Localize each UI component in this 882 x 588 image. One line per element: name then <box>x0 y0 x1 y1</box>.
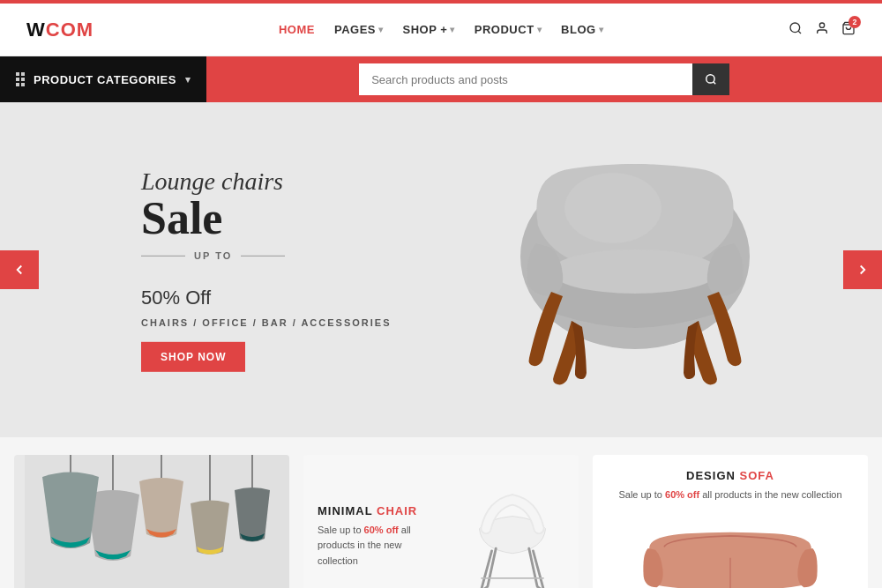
hero-discount: 50% Off <box>141 270 392 312</box>
svg-line-1 <box>798 31 801 33</box>
minimal-chair-image <box>446 471 579 589</box>
hero-section: Lounge chairs Sale UP TO 50% Off CHAIRS … <box>0 102 882 437</box>
chevron-down-icon: ▾ <box>537 25 542 34</box>
chevron-down-icon: ▾ <box>599 25 604 34</box>
slider-prev-button[interactable] <box>0 250 39 289</box>
search-bar <box>206 63 882 95</box>
svg-point-8 <box>564 173 662 243</box>
header-icons: 2 <box>789 21 856 39</box>
divider-line-left <box>141 255 185 256</box>
search-input[interactable] <box>359 63 692 95</box>
discount-suffix: % Off <box>162 287 211 309</box>
svg-point-7 <box>551 249 719 294</box>
products-section: MINIMAL CHAIR Sale up to 60% off all pro… <box>0 437 882 588</box>
design-sofa-text: DESIGN SOFA Sale up to 60% off all produ… <box>604 455 856 510</box>
svg-point-4 <box>706 75 714 83</box>
discount-number: 50 <box>141 287 162 309</box>
nav-item-blog[interactable]: BLOG ▾ <box>561 23 603 36</box>
main-nav: HOME PAGES ▾ SHOP + ▾ PRODUCT ▾ BLOG ▾ <box>279 23 603 36</box>
slider-next-button[interactable] <box>843 250 882 289</box>
nav-item-product[interactable]: PRODUCT ▾ <box>475 23 542 36</box>
minimal-chair-label: MINIMAL CHAIR <box>318 504 437 517</box>
search-button[interactable] <box>692 63 729 95</box>
svg-point-2 <box>819 23 824 27</box>
minimal-chair-desc: Sale up to 60% off all products in the n… <box>318 523 437 569</box>
divider-line-right <box>241 255 285 256</box>
grid-icon <box>16 72 25 86</box>
design-sofa-label: DESIGN SOFA <box>618 469 841 482</box>
site-logo[interactable]: WCOM <box>26 19 93 41</box>
svg-point-0 <box>790 23 800 33</box>
chevron-down-icon: ▾ <box>378 25 384 34</box>
hero-subtitle: Lounge chairs <box>141 167 392 196</box>
product-card-design-sofa[interactable]: DESIGN SOFA Sale up to 60% off all produ… <box>593 455 868 588</box>
shop-now-button[interactable]: SHOP NOW <box>141 342 245 372</box>
hero-content: Lounge chairs Sale UP TO 50% Off CHAIRS … <box>141 167 392 372</box>
chevron-down-icon: ▾ <box>450 25 455 34</box>
hero-up-to-label: UP TO <box>194 250 232 261</box>
cart-icon[interactable]: 2 <box>841 21 856 39</box>
logo-accent: COM <box>46 19 93 41</box>
nav-bar: PRODUCT CATEGORIES ▾ <box>0 56 882 102</box>
nav-item-home[interactable]: HOME <box>279 23 315 36</box>
search-icon[interactable] <box>789 21 803 39</box>
minimal-chair-text: MINIMAL CHAIR Sale up to 60% off all pro… <box>303 490 446 584</box>
svg-line-5 <box>714 82 716 85</box>
nav-item-pages[interactable]: PAGES ▾ <box>334 23 384 36</box>
hero-categories: CHAIRS / OFFICE / BAR / ACCESSORIES <box>141 317 392 328</box>
design-sofa-image <box>607 517 854 588</box>
user-icon[interactable] <box>815 21 829 39</box>
product-card-lamps[interactable] <box>14 455 289 588</box>
product-card-minimal-chair[interactable]: MINIMAL CHAIR Sale up to 60% off all pro… <box>303 455 579 588</box>
hero-title: Sale <box>141 196 392 242</box>
product-categories-button[interactable]: PRODUCT CATEGORIES ▾ <box>0 56 206 102</box>
site-header: WCOM HOME PAGES ▾ SHOP + ▾ PRODUCT ▾ BLO… <box>0 4 882 56</box>
cart-count-badge: 2 <box>848 16 861 28</box>
chevron-down-icon: ▾ <box>185 74 191 86</box>
design-sofa-desc: Sale up to 60% off all products in the n… <box>618 488 841 503</box>
nav-item-shop[interactable]: SHOP + ▾ <box>403 23 455 36</box>
hero-chair-image <box>441 120 829 420</box>
product-categories-label: PRODUCT CATEGORIES <box>34 73 176 86</box>
hero-divider: UP TO <box>141 250 392 261</box>
